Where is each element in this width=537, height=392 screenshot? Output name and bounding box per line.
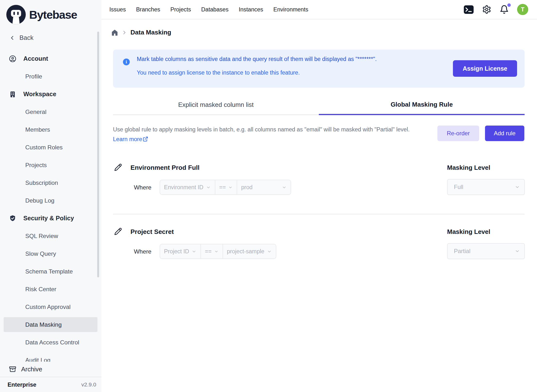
sidebar-item-profile[interactable]: Profile: [0, 68, 101, 85]
masking-rule-environment-prod-full: Environment Prod Full Masking Level Wher…: [101, 163, 537, 227]
license-info-banner: i Mark table columns as sensitive data a…: [113, 50, 525, 88]
condition-value-select[interactable]: prod: [237, 180, 291, 194]
sidebar-item-projects[interactable]: Projects: [0, 156, 101, 174]
condition-field-select[interactable]: Project ID: [160, 244, 201, 258]
sidebar-section-security-policy[interactable]: Security & Policy: [0, 209, 101, 227]
version-label: v2.9.0: [81, 382, 96, 388]
add-rule-button[interactable]: Add rule: [485, 126, 524, 141]
info-icon: i: [123, 59, 130, 65]
section-label: Security & Policy: [23, 215, 74, 222]
nav-instances[interactable]: Instances: [239, 6, 263, 13]
sidebar-item-slow-query[interactable]: Slow Query: [0, 245, 101, 263]
masking-tabs: Explicit masked column list Global Maski…: [113, 95, 525, 115]
chevron-down-icon: [228, 185, 233, 190]
rule-title: Environment Prod Full: [130, 164, 199, 171]
chevron-down-icon: [282, 185, 287, 190]
global-rule-description: Use global rule to apply masking levels …: [113, 125, 434, 144]
sidebar-item-schema-template[interactable]: Schema Template: [0, 263, 101, 280]
breadcrumb: Data Masking: [111, 29, 171, 36]
sidebar-section-account[interactable]: Account: [0, 50, 101, 68]
sidebar-item-sql-review[interactable]: SQL Review: [0, 227, 101, 245]
breadcrumb-current: Data Masking: [130, 29, 171, 36]
archive-box-icon: [9, 366, 16, 373]
top-icons: T: [464, 4, 537, 15]
chevron-down-icon: [267, 249, 272, 254]
home-icon[interactable]: [111, 29, 118, 36]
sidebar-scrollbar[interactable]: [97, 32, 99, 277]
where-label: Where: [134, 248, 151, 255]
rule-divider: [113, 214, 525, 214]
masking-level-label: Masking Level: [447, 164, 490, 171]
notification-badge: [507, 3, 511, 7]
nav-projects[interactable]: Projects: [170, 6, 191, 13]
sidebar-item-archive[interactable]: Archive: [0, 362, 99, 377]
section-label: Workspace: [23, 91, 56, 98]
edit-pencil-icon[interactable]: [114, 228, 122, 235]
reorder-button[interactable]: Re-order: [437, 126, 479, 141]
tab-explicit-masked-column-list[interactable]: Explicit masked column list: [113, 95, 319, 115]
learn-more-link[interactable]: Learn more: [113, 136, 148, 142]
sidebar-item-general[interactable]: General: [0, 103, 101, 121]
chevron-down-icon: [515, 184, 520, 190]
masking-level-select[interactable]: Full: [447, 179, 525, 195]
sidebar-nav: Account Profile Workspace General Member…: [0, 50, 101, 369]
main-content: Data Masking i Mark table columns as sen…: [101, 19, 537, 392]
condition-group: Environment ID == prod: [160, 180, 291, 195]
masking-rule-project-secret: Project Secret Masking Level Where Proje…: [101, 228, 537, 291]
chevron-down-icon: [191, 249, 197, 254]
bytebase-mascot-icon: [6, 5, 26, 24]
plan-label: Enterprise: [8, 381, 36, 388]
assign-license-button[interactable]: Assign License: [453, 60, 517, 77]
chevron-right-icon: [121, 30, 127, 35]
brand-wordmark: Bytebase: [29, 8, 77, 21]
sidebar-section-workspace[interactable]: Workspace: [0, 85, 101, 103]
sidebar-item-data-access-control[interactable]: Data Access Control: [0, 333, 101, 351]
archive-label: Archive: [21, 366, 42, 373]
chevron-down-icon: [515, 248, 520, 254]
sidebar-item-data-masking[interactable]: Data Masking: [0, 316, 101, 333]
condition-field-select[interactable]: Environment ID: [160, 180, 215, 194]
sidebar-item-debug-log[interactable]: Debug Log: [0, 192, 101, 209]
sidebar-item-custom-approval[interactable]: Custom Approval: [0, 298, 101, 316]
external-link-icon: [143, 136, 148, 142]
settings-gear-icon[interactable]: [482, 5, 491, 14]
nav-issues[interactable]: Issues: [109, 6, 126, 13]
banner-message: Mark table columns as sensitive data and…: [137, 56, 377, 62]
nav-environments[interactable]: Environments: [273, 6, 308, 13]
top-nav-links: Issues Branches Projects Databases Insta…: [101, 6, 308, 13]
condition-group: Project ID == project-sample: [160, 244, 276, 259]
section-label: Account: [23, 55, 48, 62]
back-button[interactable]: Back: [9, 34, 34, 42]
sidebar: Bytebase Back Account Profile Workspace …: [0, 0, 101, 392]
nav-databases[interactable]: Databases: [201, 6, 228, 13]
top-navigation-bar: Issues Branches Projects Databases Insta…: [101, 0, 537, 19]
back-label: Back: [19, 34, 34, 42]
where-label: Where: [134, 184, 151, 191]
chevron-left-icon: [9, 35, 15, 41]
user-avatar[interactable]: T: [517, 4, 528, 15]
sidebar-item-custom-roles[interactable]: Custom Roles: [0, 138, 101, 156]
chevron-down-icon: [206, 185, 211, 190]
condition-operator-select[interactable]: ==: [201, 244, 223, 258]
user-circle-icon: [9, 55, 16, 62]
notifications-bell-icon[interactable]: [500, 5, 509, 14]
rule-title: Project Secret: [130, 228, 174, 236]
sidebar-item-subscription[interactable]: Subscription: [0, 174, 101, 192]
masking-level-select[interactable]: Partial: [447, 243, 525, 259]
condition-value-select[interactable]: project-sample: [223, 244, 276, 258]
banner-license-note[interactable]: You need to assign license to the instan…: [137, 69, 300, 76]
sidebar-item-members[interactable]: Members: [0, 121, 101, 138]
building-icon: [9, 91, 16, 98]
nav-branches[interactable]: Branches: [136, 6, 160, 13]
chevron-down-icon: [214, 249, 219, 254]
bytebase-logo[interactable]: Bytebase: [6, 5, 77, 24]
shield-check-icon: [9, 215, 16, 222]
sql-editor-terminal-icon[interactable]: [464, 5, 474, 14]
sidebar-item-risk-center[interactable]: Risk Center: [0, 280, 101, 298]
edit-pencil-icon[interactable]: [114, 163, 122, 171]
sidebar-footer: Enterprise v2.9.0: [0, 377, 101, 392]
masking-level-label: Masking Level: [447, 228, 490, 236]
condition-operator-select[interactable]: ==: [215, 180, 237, 194]
tab-global-masking-rule[interactable]: Global Masking Rule: [319, 95, 525, 115]
